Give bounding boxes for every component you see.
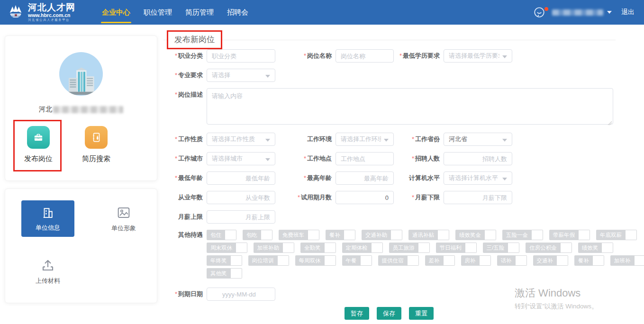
upload-material-button[interactable]: 上传材料 (21, 253, 74, 289)
benefit-input[interactable] (438, 230, 449, 240)
benefit-item: 餐补 (574, 255, 604, 266)
publish-position-label: 发布岗位 (24, 154, 53, 163)
logout-button[interactable]: 退出 (621, 8, 635, 17)
brand-title: 河北人才网 (28, 3, 75, 12)
benefit-input[interactable] (635, 255, 644, 266)
work-city-select[interactable]: 请选择城市 (207, 152, 275, 165)
nav-item-resume-management[interactable]: 简历管理 (179, 0, 220, 25)
benefit-input[interactable] (418, 243, 430, 253)
resume-search-button[interactable]: 简历搜索 (79, 126, 113, 163)
benefit-input[interactable] (261, 230, 272, 240)
benefit-label: 包住 (207, 230, 225, 240)
benefit-item: 定期体检 (342, 243, 383, 253)
job-nature-select[interactable]: 请选择工作性质 (207, 133, 275, 146)
benefit-input[interactable] (508, 243, 519, 253)
benefit-input[interactable] (593, 255, 604, 266)
occupation-category-label: 职业分类 (163, 49, 207, 59)
benefit-input[interactable] (602, 243, 613, 253)
benefit-item: 绩效奖金 (455, 230, 496, 240)
reset-button[interactable]: 重置 (409, 307, 434, 320)
job-description-textarea[interactable] (207, 88, 613, 125)
position-name-input[interactable] (336, 49, 394, 63)
benefit-input[interactable] (579, 230, 590, 240)
benefit-input[interactable] (408, 255, 419, 266)
benefit-item: 差补 (425, 255, 455, 266)
unit-card: 单位信息 单位形象 上传材料 (5, 189, 157, 303)
salary-min-input[interactable] (444, 191, 512, 204)
benefit-item: 全勤奖 (300, 243, 336, 253)
benefit-input[interactable] (444, 255, 455, 266)
computer-level-select[interactable]: 请选择计算机水平 (444, 171, 512, 185)
probation-months-input[interactable] (336, 191, 394, 204)
benefit-input[interactable] (325, 255, 336, 266)
salary-max-label: 月薪上限 (163, 210, 207, 220)
min-education-select[interactable]: 请选择最低学历要求 (444, 49, 512, 63)
job-nature-label: 工作性质 (163, 133, 207, 143)
resume-search-label: 简历搜索 (82, 154, 110, 163)
benefit-label: 节日福利 (436, 243, 465, 253)
major-requirement-select[interactable]: 请选择 (207, 69, 275, 82)
min-age-input[interactable] (207, 171, 275, 185)
benefit-input[interactable] (361, 255, 372, 266)
max-age-input[interactable] (336, 171, 394, 185)
benefit-input[interactable] (557, 255, 568, 266)
benefit-item: 年底双薪 (596, 230, 637, 240)
benefit-input[interactable] (278, 255, 289, 266)
benefit-label: 绩效奖 (578, 243, 602, 253)
benefit-item: 带薪年假 (549, 230, 590, 240)
benefit-label: 员工旅游 (389, 243, 418, 253)
unit-image-button[interactable]: 单位形象 (97, 200, 150, 237)
briefcase-icon (27, 126, 50, 149)
nav-item-enterprise-center[interactable]: 企业中心 (95, 0, 137, 25)
benefit-input[interactable] (485, 230, 496, 240)
benefit-label: 免费班车 (279, 230, 308, 240)
nav-item-position-management[interactable]: 职位管理 (137, 0, 179, 25)
unit-info-button[interactable]: 单位信息 (21, 200, 74, 237)
benefit-row: 周末双休加班补助全勤奖定期体检员工旅游节日福利三/五险住房公积金绩效奖 (207, 243, 617, 253)
benefit-input[interactable] (561, 243, 572, 253)
benefit-label: 提供住宿 (378, 255, 408, 266)
benefit-item: 包吃 (243, 230, 272, 240)
message-icon[interactable] (533, 6, 547, 18)
temp-save-button[interactable]: 暂存 (345, 307, 369, 320)
benefit-label: 加班补 (610, 255, 635, 266)
other-benefits-label: 其他待遇 (163, 230, 207, 238)
benefit-item: 员工旅游 (389, 243, 430, 253)
salary-max-input[interactable] (207, 210, 275, 224)
occupation-category-input[interactable] (207, 49, 275, 63)
expire-date-input[interactable] (207, 288, 275, 301)
benefit-input[interactable] (626, 230, 637, 240)
benefit-input[interactable] (283, 243, 294, 253)
benefit-label: 三/五险 (483, 243, 508, 253)
benefit-label: 每周双休 (295, 255, 325, 266)
benefit-input[interactable] (344, 230, 355, 240)
benefit-input[interactable] (372, 243, 383, 253)
benefit-item: 午餐 (342, 255, 372, 266)
benefit-item: 加班补助 (254, 243, 294, 253)
brand-url: www.hbrc.com.cn (28, 13, 75, 18)
nav-item-job-fair[interactable]: 招聘会 (220, 0, 255, 25)
benefit-input[interactable] (308, 230, 319, 240)
benefit-input[interactable] (480, 255, 491, 266)
benefit-input[interactable] (236, 243, 247, 253)
benefit-input[interactable] (231, 268, 242, 279)
benefit-input[interactable] (231, 255, 242, 266)
save-button[interactable]: 保存 (377, 307, 401, 320)
brand-logo[interactable]: 河北人才网 www.hbrc.com.cn 河北省公共人才服务平台 (7, 3, 75, 22)
benefit-input[interactable] (465, 243, 477, 253)
benefit-input[interactable] (225, 230, 236, 240)
benefit-input[interactable] (325, 243, 336, 253)
recruit-count-input[interactable] (444, 152, 512, 165)
user-dropdown[interactable] (552, 9, 612, 16)
work-environment-select[interactable]: 请选择工作环境 (336, 133, 394, 146)
work-address-input[interactable] (336, 152, 394, 165)
benefit-label: 绩效奖金 (455, 230, 485, 240)
page-title: 发布新岗位 (174, 35, 215, 44)
years-experience-input[interactable] (207, 191, 275, 204)
benefit-input[interactable] (391, 230, 402, 240)
major-requirement-label: 专业要求 (163, 69, 207, 79)
publish-position-button[interactable]: 发布岗位 (21, 126, 55, 163)
benefit-input[interactable] (516, 255, 527, 266)
work-province-select[interactable]: 河北省 (444, 133, 512, 146)
benefit-input[interactable] (532, 230, 543, 240)
